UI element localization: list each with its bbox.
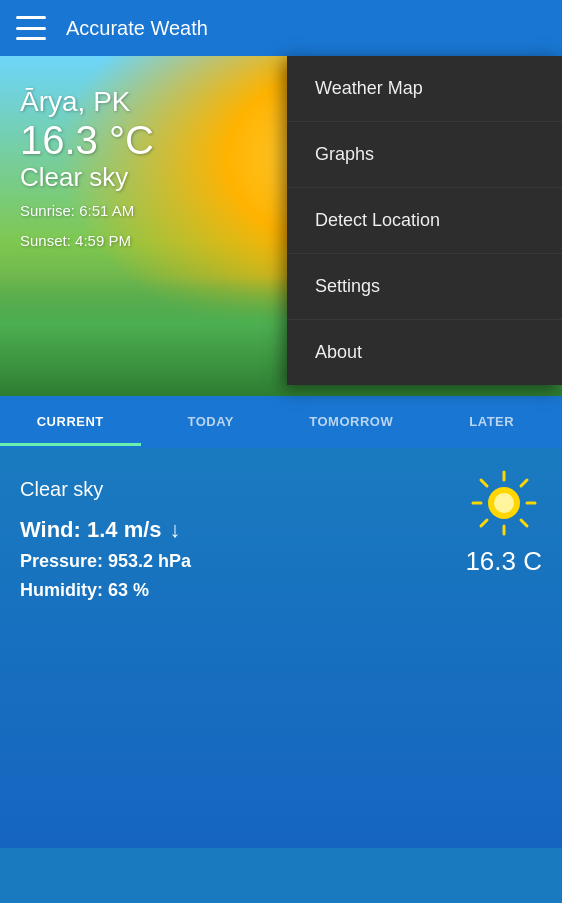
sunset-label: Sunset: 4:59 PM [20, 229, 154, 253]
current-sky-label: Clear sky [20, 478, 542, 501]
menu-item-graphs[interactable]: Graphs [287, 122, 562, 188]
svg-line-7 [481, 520, 487, 526]
current-panel: Clear sky Wind: 1.4 m/s ↓ Pressure: 953.… [0, 448, 562, 848]
weather-info: Ārya, PK 16.3 °C Clear sky Sunrise: 6:51… [20, 86, 154, 253]
sunrise-label: Sunrise: 6:51 AM [20, 199, 154, 223]
current-pressure-label: Pressure: 953.2 hPa [20, 551, 542, 572]
svg-line-4 [481, 480, 487, 486]
dropdown-menu: Weather Map Graphs Detect Location Setti… [287, 56, 562, 385]
top-bar: Accurate Weath [0, 0, 562, 56]
current-temp-display: 16.3 C [465, 468, 542, 577]
tab-later[interactable]: LATER [422, 396, 563, 446]
sun-svg [469, 468, 539, 538]
menu-item-settings[interactable]: Settings [287, 254, 562, 320]
tab-today[interactable]: TODAY [141, 396, 282, 446]
location-label: Ārya, PK [20, 86, 154, 118]
menu-button[interactable] [16, 16, 46, 40]
svg-line-5 [521, 520, 527, 526]
menu-item-about[interactable]: About [287, 320, 562, 385]
tabs-bar: CURRENT TODAY TOMORROW LATER [0, 396, 562, 448]
menu-item-weather-map[interactable]: Weather Map [287, 56, 562, 122]
app-title: Accurate Weath [66, 17, 208, 40]
tab-tomorrow[interactable]: TOMORROW [281, 396, 422, 446]
current-wind-label: Wind: 1.4 m/s ↓ [20, 517, 542, 543]
svg-point-9 [494, 493, 514, 513]
description-label: Clear sky [20, 162, 154, 193]
current-humidity-label: Humidity: 63 % [20, 580, 542, 601]
menu-item-detect-location[interactable]: Detect Location [287, 188, 562, 254]
temperature-label: 16.3 °C [20, 118, 154, 162]
tab-current[interactable]: CURRENT [0, 396, 141, 446]
current-temp-value: 16.3 C [465, 546, 542, 577]
sun-icon [469, 468, 539, 538]
svg-line-6 [521, 480, 527, 486]
